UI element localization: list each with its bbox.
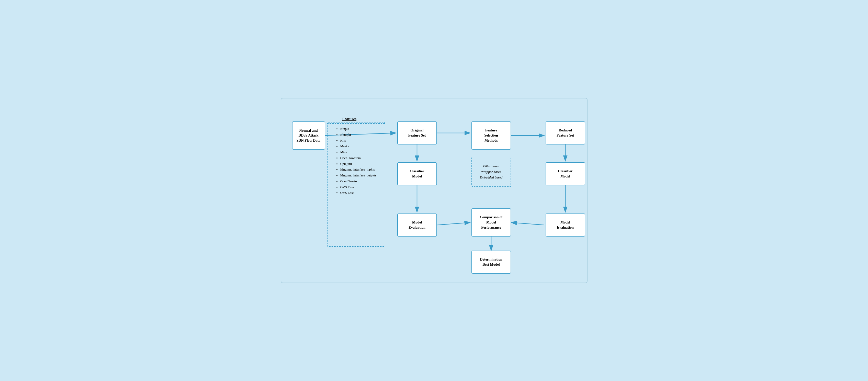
- feature-selection-label: Feature Selection Methods: [484, 128, 498, 144]
- classifier-model-right-node: Classifier Model: [546, 162, 585, 185]
- selection-methods-dashed: Filter based Wrapper based Embedded base…: [471, 157, 511, 187]
- reduced-feature-set-label: Reduced Feature Set: [557, 128, 574, 138]
- classifier-right-label: Classifier Model: [558, 169, 573, 179]
- original-feature-set-label: Original Feature Set: [408, 128, 426, 138]
- determination-label: Determination Best Model: [480, 257, 502, 267]
- feature-ovs-flow: OVS Flow: [340, 184, 377, 190]
- feature-openflowfrom: OpenFlowfrom: [340, 155, 377, 161]
- ddos-label: Normal and DDoS Attack SDN Flow Data: [297, 128, 320, 143]
- classifier-left-label: Classifier Model: [410, 169, 425, 179]
- features-list: Ifinpkt Ifoutpkt Hits Masks Miss OpenFlo…: [336, 126, 377, 196]
- model-eval-left-node: Model Evaluation: [397, 214, 437, 236]
- model-eval-left-label: Model Evaluation: [409, 220, 425, 230]
- feature-cpu-util: Cpu_util: [340, 161, 377, 167]
- selection-methods-text: Filter based Wrapper based Embedded base…: [480, 163, 502, 180]
- feature-selection-methods-node: Feature Selection Methods: [471, 122, 511, 150]
- feature-hits: Hits: [340, 138, 377, 144]
- feature-masks: Masks: [340, 144, 377, 149]
- feature-ovs-lost: OVS Lost: [340, 190, 377, 196]
- model-eval-right-label: Model Evaluation: [557, 220, 574, 230]
- model-eval-right-node: Model Evaluation: [546, 214, 585, 236]
- comparison-label: Comparison of Model Performance: [479, 215, 502, 230]
- svg-line-12: [511, 222, 544, 225]
- feature-openflowto: OpenFlowto: [340, 179, 377, 184]
- svg-line-11: [437, 222, 470, 225]
- feature-ifoutpkt: Ifoutpkt: [340, 132, 377, 138]
- determination-node: Determination Best Model: [471, 251, 511, 274]
- classifier-model-left-node: Classifier Model: [397, 162, 437, 185]
- features-label: Features: [342, 117, 356, 121]
- features-dashed-box: Ifinpkt Ifoutpkt Hits Masks Miss OpenFlo…: [327, 122, 385, 247]
- feature-mngmnt-inpkts: Mngmnt_interface_inpkts: [340, 167, 377, 172]
- comparison-node: Comparison of Model Performance: [471, 209, 511, 236]
- ddos-node: Normal and DDoS Attack SDN Flow Data: [292, 122, 325, 150]
- feature-ifinpkt: Ifinpkt: [340, 126, 377, 132]
- diagram-container: Normal and DDoS Attack SDN Flow Data Fea…: [281, 98, 588, 283]
- reduced-feature-set-node: Reduced Feature Set: [546, 122, 585, 145]
- diagram-area: Normal and DDoS Attack SDN Flow Data Fea…: [287, 106, 581, 275]
- feature-mngmnt-outpkts: Mngmnt_interface_outpkts: [340, 172, 377, 179]
- feature-miss: Miss: [340, 149, 377, 155]
- original-feature-set-node: Original Feature Set: [397, 122, 437, 145]
